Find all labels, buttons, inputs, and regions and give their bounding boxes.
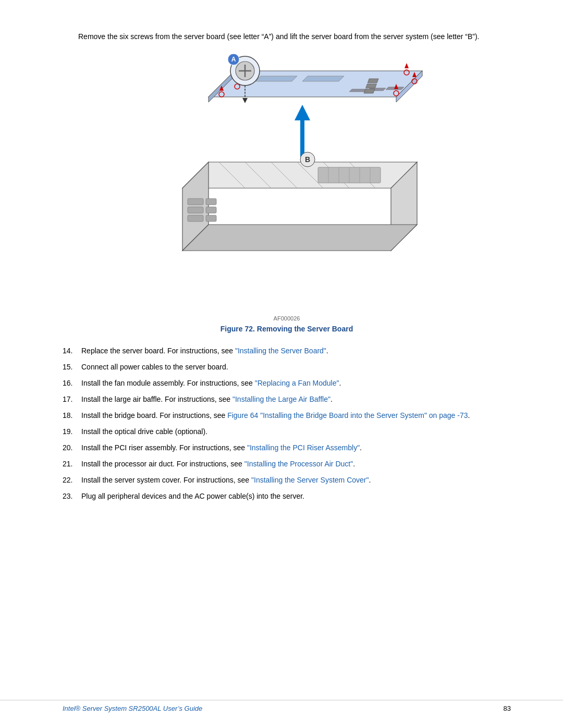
- svg-rect-31: [366, 84, 377, 88]
- link-installing-server-board[interactable]: "Installing the Server Board": [235, 347, 326, 355]
- step-22-num: 22.: [63, 475, 81, 486]
- svg-rect-32: [364, 89, 375, 93]
- arrow-b: [295, 105, 310, 157]
- step-15: 15. Connect all power cables to the serv…: [63, 362, 511, 373]
- step-23-content: Plug all peripheral devices and the AC p…: [81, 491, 511, 502]
- svg-marker-46: [295, 105, 310, 120]
- step-16: 16. Install the fan module assembly. For…: [63, 378, 511, 389]
- svg-rect-30: [368, 79, 378, 83]
- step-17: 17. Install the large air baffle. For in…: [63, 394, 511, 405]
- link-installing-server-system-cover[interactable]: "Installing the Server System Cover": [251, 476, 369, 484]
- step-19: 19. Install the optical drive cable (opt…: [63, 426, 511, 437]
- link-installing-processor-air-duct[interactable]: "Installing the Processor Air Duct": [244, 460, 353, 468]
- step-13-text: Remove the six screws from the server bo…: [78, 31, 511, 42]
- page: Remove the six screws from the server bo…: [0, 0, 563, 728]
- svg-text:A: A: [231, 56, 236, 63]
- figure-caption: Figure 72. Removing the Server Board: [141, 325, 433, 333]
- svg-rect-7: [206, 199, 216, 205]
- step-19-num: 19.: [63, 426, 81, 437]
- label-b: B: [300, 152, 315, 167]
- svg-marker-3: [182, 225, 417, 251]
- step-18-content: Install the bridge board. For instructio…: [81, 410, 511, 421]
- svg-text:B: B: [305, 155, 310, 164]
- step-15-content: Connect all power cables to the server b…: [81, 362, 511, 373]
- svg-rect-8: [206, 207, 216, 213]
- link-installing-pci-riser[interactable]: "Installing the PCI Riser Assembly": [247, 443, 360, 452]
- svg-rect-9: [206, 215, 216, 221]
- step-20: 20. Install the PCI riser assembly. For …: [63, 442, 511, 453]
- step-18-num: 18.: [63, 410, 81, 421]
- step-23: 23. Plug all peripheral devices and the …: [63, 491, 511, 502]
- step-14-num: 14.: [63, 346, 81, 356]
- step-13: Remove the six screws from the server bo…: [63, 31, 511, 42]
- step-20-num: 20.: [63, 442, 81, 453]
- step-19-content: Install the optical drive cable (optiona…: [81, 426, 511, 437]
- link-replacing-fan-module[interactable]: "Replacing a Fan Module": [255, 379, 339, 387]
- svg-marker-56: [242, 98, 248, 103]
- svg-rect-6: [188, 215, 203, 221]
- step-22-content: Install the server system cover. For ins…: [81, 475, 511, 486]
- link-installing-bridge-board[interactable]: Figure 64 "Installing the Bridge Board i…: [227, 411, 468, 419]
- svg-marker-40: [405, 63, 409, 68]
- figure-image: B A: [141, 53, 433, 313]
- server-chassis: [182, 162, 417, 251]
- step-15-num: 15.: [63, 362, 81, 373]
- step-17-num: 17.: [63, 394, 81, 405]
- figure-id: AF000026: [141, 315, 433, 322]
- step-14-content: Replace the server board. For instructio…: [81, 346, 511, 356]
- footer-page: 83: [504, 705, 511, 712]
- footer-title: Intel® Server System SR2500AL User’s Gui…: [63, 705, 202, 712]
- footer: Intel® Server System SR2500AL User’s Gui…: [0, 700, 563, 712]
- figure-container: B A AF000026: [141, 53, 433, 333]
- step-16-content: Install the fan module assembly. For ins…: [81, 378, 511, 389]
- step-21-content: Install the processor air duct. For inst…: [81, 459, 511, 470]
- step-22: 22. Install the server system cover. For…: [63, 475, 511, 486]
- step-16-num: 16.: [63, 378, 81, 389]
- steps-list: 14. Replace the server board. For instru…: [63, 346, 511, 502]
- step-23-num: 23.: [63, 491, 81, 502]
- svg-marker-26: [302, 76, 344, 81]
- step-21-num: 21.: [63, 459, 81, 470]
- svg-marker-25: [255, 76, 297, 81]
- step-14: 14. Replace the server board. For instru…: [63, 346, 511, 356]
- svg-marker-0: [182, 162, 417, 188]
- figure-svg: B A: [141, 53, 433, 313]
- svg-rect-5: [188, 207, 203, 213]
- step-18: 18. Install the bridge board. For instru…: [63, 410, 511, 421]
- step-20-content: Install the PCI riser assembly. For inst…: [81, 442, 511, 453]
- step-21: 21. Install the processor air duct. For …: [63, 459, 511, 470]
- svg-rect-4: [188, 199, 203, 205]
- step-17-content: Install the large air baffle. For instru…: [81, 394, 511, 405]
- link-installing-large-air-baffle[interactable]: "Installing the Large Air Baffle": [232, 395, 331, 403]
